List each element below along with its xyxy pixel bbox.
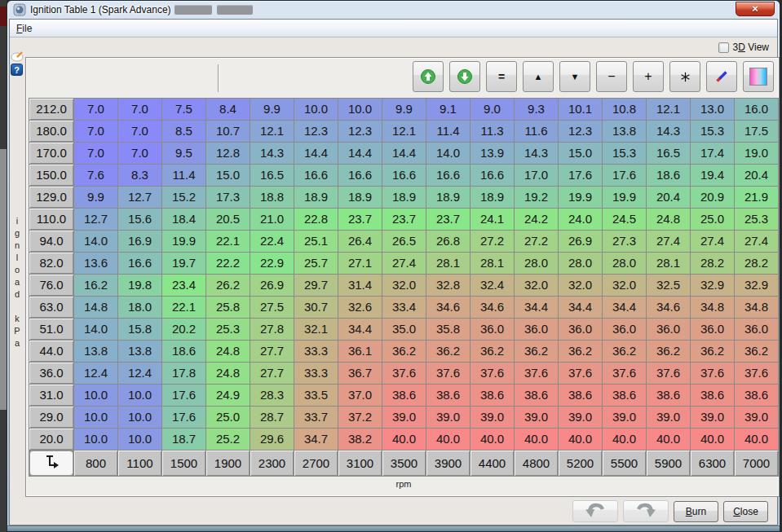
table-cell[interactable]: 32.6 — [338, 297, 382, 318]
table-cell[interactable]: 12.7 — [74, 209, 117, 230]
table-cell[interactable]: 34.7 — [294, 429, 338, 450]
table-cell[interactable]: 34.6 — [426, 297, 470, 318]
table-cell[interactable]: 13.8 — [118, 341, 161, 362]
table-cell[interactable]: 32.9 — [691, 275, 734, 296]
table-cell[interactable]: 27.4 — [382, 253, 426, 274]
table-cell[interactable]: 8.5 — [162, 121, 205, 142]
table-cell[interactable]: 29.7 — [294, 275, 338, 296]
3d-view-toggle[interactable]: 3D View — [718, 42, 770, 53]
table-cell[interactable]: 38.6 — [603, 385, 646, 406]
table-cell[interactable]: 25.3 — [206, 319, 250, 340]
table-cell[interactable]: 32.0 — [515, 275, 558, 296]
table-cell[interactable]: 33.5 — [294, 385, 338, 406]
burn-button[interactable]: Burn — [674, 501, 718, 522]
table-cell[interactable]: 32.0 — [382, 275, 426, 296]
table-cell[interactable]: 17.0 — [515, 165, 558, 186]
table-cell[interactable]: 27.4 — [647, 231, 690, 252]
table-cell[interactable]: 38.6 — [691, 385, 734, 406]
table-cell[interactable]: 7.6 — [74, 165, 117, 186]
table-cell[interactable]: 39.0 — [647, 407, 690, 428]
table-cell[interactable]: 13.6 — [74, 253, 117, 274]
table-cell[interactable]: 9.5 — [162, 143, 205, 164]
table-cell[interactable]: 15.8 — [118, 319, 161, 340]
set-equal-button[interactable]: = — [486, 61, 517, 92]
table-cell[interactable]: 33.4 — [382, 297, 426, 318]
table-cell[interactable]: 32.1 — [294, 319, 338, 340]
table-cell[interactable]: 21.9 — [735, 187, 778, 208]
table-cell[interactable]: 32.5 — [647, 275, 690, 296]
help-icon[interactable]: ? — [11, 64, 23, 76]
color-gradient-button[interactable] — [743, 61, 774, 92]
table-cell[interactable]: 8.3 — [118, 165, 161, 186]
table-cell[interactable]: 32.8 — [426, 275, 470, 296]
table-cell[interactable]: 39.0 — [559, 407, 602, 428]
table-cell[interactable]: 39.0 — [603, 407, 646, 428]
table-cell[interactable]: 18.6 — [162, 341, 205, 362]
table-cell[interactable]: 27.2 — [515, 231, 558, 252]
table-cell[interactable]: 36.2 — [559, 341, 602, 362]
table-cell[interactable]: 24.0 — [559, 209, 602, 230]
table-cell[interactable]: 38.6 — [471, 385, 514, 406]
table-cell[interactable]: 24.8 — [647, 209, 690, 230]
table-cell[interactable]: 12.1 — [647, 99, 690, 120]
table-cell[interactable]: 28.0 — [603, 253, 646, 274]
table-cell[interactable]: 12.3 — [338, 121, 382, 142]
table-cell[interactable]: 7.0 — [118, 143, 161, 164]
table-cell[interactable]: 22.4 — [250, 231, 294, 252]
table-cell[interactable]: 36.2 — [603, 341, 646, 362]
table-cell[interactable]: 32.0 — [559, 275, 602, 296]
table-cell[interactable]: 25.1 — [294, 231, 338, 252]
table-cell[interactable]: 39.0 — [382, 407, 426, 428]
table-cell[interactable]: 28.1 — [471, 253, 514, 274]
table-cell[interactable]: 20.9 — [691, 187, 734, 208]
table-cell[interactable]: 28.1 — [647, 253, 690, 274]
table-cell[interactable]: 22.2 — [206, 253, 250, 274]
table-cell[interactable]: 32.0 — [603, 275, 646, 296]
table-cell[interactable]: 16.6 — [338, 165, 382, 186]
table-cell[interactable]: 36.2 — [647, 341, 690, 362]
table-cell[interactable]: 39.0 — [471, 407, 514, 428]
table-cell[interactable]: 7.0 — [118, 121, 161, 142]
table-cell[interactable]: 7.0 — [74, 143, 117, 164]
table-cell[interactable]: 34.8 — [691, 297, 734, 318]
table-cell[interactable]: 37.6 — [735, 363, 778, 384]
table-cell[interactable]: 36.2 — [735, 341, 778, 362]
table-cell[interactable]: 8.4 — [206, 99, 250, 120]
table-cell[interactable]: 32.9 — [735, 275, 778, 296]
title-bar[interactable]: Ignition Table 1 (Spark Advance) × — [7, 1, 780, 19]
table-cell[interactable]: 16.9 — [118, 231, 161, 252]
table-cell[interactable]: 16.6 — [471, 165, 514, 186]
table-cell[interactable]: 27.7 — [250, 363, 294, 384]
table-cell[interactable]: 12.8 — [206, 143, 250, 164]
table-cell[interactable]: 15.3 — [603, 143, 646, 164]
table-cell[interactable]: 13.8 — [74, 341, 117, 362]
table-cell[interactable]: 12.1 — [382, 121, 426, 142]
table-cell[interactable]: 11.6 — [515, 121, 558, 142]
table-cell[interactable]: 27.1 — [338, 253, 382, 274]
table-cell[interactable]: 24.9 — [206, 385, 250, 406]
table-cell[interactable]: 36.0 — [471, 319, 514, 340]
table-cell[interactable]: 18.7 — [162, 429, 205, 450]
table-cell[interactable]: 40.0 — [647, 429, 690, 450]
table-cell[interactable]: 18.8 — [250, 187, 294, 208]
table-cell[interactable]: 11.3 — [471, 121, 514, 142]
table-cell[interactable]: 37.6 — [471, 363, 514, 384]
table-cell[interactable]: 13.0 — [691, 99, 734, 120]
table-cell[interactable]: 40.0 — [735, 429, 778, 450]
table-cell[interactable]: 35.0 — [382, 319, 426, 340]
table-cell[interactable]: 37.2 — [338, 407, 382, 428]
close-button[interactable]: Close — [723, 501, 768, 522]
table-cell[interactable]: 35.8 — [426, 319, 470, 340]
table-cell[interactable]: 13.8 — [603, 121, 646, 142]
table-cell[interactable]: 38.6 — [515, 385, 558, 406]
table-cell[interactable]: 22.9 — [250, 253, 294, 274]
table-cell[interactable]: 12.7 — [118, 187, 161, 208]
table-cell[interactable]: 14.4 — [338, 143, 382, 164]
table-cell[interactable]: 21.0 — [250, 209, 294, 230]
table-cell[interactable]: 36.2 — [382, 341, 426, 362]
table-cell[interactable]: 7.0 — [74, 99, 117, 120]
decrease-value-button[interactable]: ▼ — [559, 61, 590, 92]
table-cell[interactable]: 14.0 — [74, 231, 117, 252]
table-cell[interactable]: 26.5 — [382, 231, 426, 252]
table-cell[interactable]: 17.6 — [162, 385, 205, 406]
